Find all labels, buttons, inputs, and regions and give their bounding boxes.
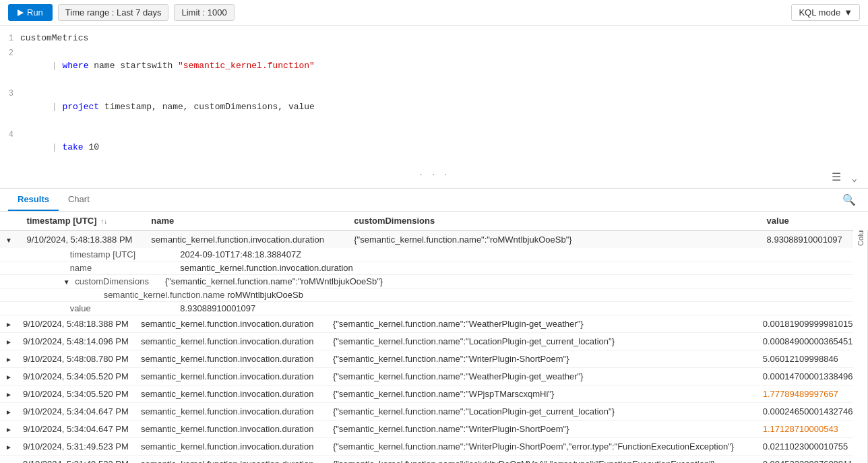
code-line-1: 1 customMetrics (0, 31, 868, 46)
detail-sk-fn-value: roMWntlbjukOoeSb (227, 290, 303, 300)
expanded-name: semantic_kernel.function.invocation.dura… (146, 230, 348, 248)
row-expand-cell[interactable]: ► (0, 368, 18, 385)
table-row[interactable]: ► 9/10/2024, 5:34:04.647 PM semantic_ker… (0, 403, 868, 421)
expand-row-icon[interactable]: ► (5, 426, 12, 433)
expand-row-icon[interactable]: ► (5, 391, 12, 398)
row-dimensions: {"semantic_kernel.function.name":"Locati… (328, 403, 757, 421)
table-row[interactable]: ► 9/10/2024, 5:31:49.523 PM semantic_ker… (0, 456, 868, 464)
col-timestamp[interactable]: timestamp [UTC] ↑↓ (22, 212, 146, 230)
row-name: semantic_kernel.function.invocation.dura… (135, 368, 328, 385)
row-dimensions: {"semantic_kernel.function.name":"Writer… (328, 350, 757, 368)
detail-name-row: name semantic_kernel.function.invocation… (0, 261, 868, 275)
row-value: 0.00452229997608811 (757, 456, 868, 464)
row-timestamp: 9/10/2024, 5:48:18.388 PM (18, 315, 135, 333)
row-name: semantic_kernel.function.invocation.dura… (135, 403, 328, 421)
code-content-3: | project timestamp, name, customDimensi… (20, 87, 868, 127)
line-number-3: 3 (0, 88, 20, 100)
expand-row-icon[interactable]: ► (5, 373, 12, 381)
play-icon (18, 9, 24, 16)
detail-sk-fn-label: semantic_kernel.function.name (104, 290, 225, 300)
rows-table: ► 9/10/2024, 5:48:18.388 PM semantic_ker… (0, 315, 868, 463)
row-expand-cell[interactable]: ► (0, 333, 18, 350)
row-expand-cell[interactable]: ► (0, 385, 18, 403)
code-line-3: 3 | project timestamp, name, customDimen… (0, 86, 868, 127)
results-area[interactable]: timestamp [UTC] ↑↓ name customDimensions… (0, 212, 868, 463)
line-number-4: 4 (0, 129, 20, 141)
row-value: 0.0211023000010755 (757, 438, 868, 456)
row-value: 0.000147000013384968 (757, 368, 868, 385)
expanded-timestamp: 9/10/2024, 5:48:18.388 PM (22, 230, 146, 248)
row-expand-cell[interactable]: ► (0, 456, 18, 464)
row-name: semantic_kernel.function.invocation.dura… (135, 350, 328, 368)
code-content-4: | take 10 (20, 128, 868, 168)
row-timestamp: 9/10/2024, 5:48:08.780 PM (18, 350, 135, 368)
detail-custom-dim-row: ▼ customDimensions {"semantic_kernel.fun… (0, 275, 868, 288)
col-name[interactable]: name (146, 212, 348, 230)
row-name: semantic_kernel.function.invocation.dura… (135, 438, 328, 456)
row-dimensions: {"semantic_kernel.function.name":"WPjspT… (328, 385, 757, 403)
collapse-button[interactable]: ☰ (832, 171, 841, 184)
row-dimensions: {"semantic_kernel.function.name":"aciukI… (328, 456, 757, 464)
table-row[interactable]: ► 9/10/2024, 5:48:14.096 PM semantic_ker… (0, 333, 868, 350)
row-value: 0.0018190999998101559 (757, 315, 868, 333)
row-value: 0.00084900000365451 (757, 333, 868, 350)
results-table: timestamp [UTC] ↑↓ name customDimensions… (0, 212, 868, 315)
row-expand-cell[interactable]: ► (0, 350, 18, 368)
limit-button[interactable]: Limit : 1000 (174, 4, 234, 21)
run-button[interactable]: Run (8, 4, 53, 21)
row-name: semantic_kernel.function.invocation.dura… (135, 421, 328, 438)
row-expand-cell[interactable]: ► (0, 315, 18, 333)
row-value: 5.06012109998846 (757, 350, 868, 368)
detail-ts-value: 2024-09-10T17:48:18.388407Z (180, 249, 301, 259)
col-custom-dimensions[interactable]: customDimensions (348, 212, 761, 230)
row-timestamp: 9/10/2024, 5:31:49.523 PM (18, 438, 135, 456)
code-content-1: customMetrics (20, 32, 868, 45)
expand-button[interactable]: ⌄ (852, 173, 857, 184)
expand-row-icon[interactable]: ► (5, 338, 12, 346)
row-expand-cell[interactable]: ► (0, 403, 18, 421)
expand-row-icon[interactable]: ► (5, 443, 12, 451)
tab-results[interactable]: Results (8, 189, 59, 211)
expand-row-icon[interactable]: ► (5, 408, 12, 416)
row-dimensions: {"semantic_kernel.function.name":"Weathe… (328, 368, 757, 385)
tab-chart[interactable]: Chart (59, 189, 99, 211)
row-timestamp: 9/10/2024, 5:34:04.647 PM (18, 421, 135, 438)
table-header: timestamp [UTC] ↑↓ name customDimensions… (0, 212, 868, 230)
time-range-button[interactable]: Time range : Last 7 days (58, 4, 169, 21)
toolbar: Run Time range : Last 7 days Limit : 100… (0, 0, 868, 26)
detail-name-value: semantic_kernel.function.invocation.dura… (180, 263, 353, 273)
row-name: semantic_kernel.function.invocation.dura… (135, 315, 328, 333)
table-row[interactable]: ► 9/10/2024, 5:34:04.647 PM semantic_ker… (0, 421, 868, 438)
col-expand (0, 212, 22, 230)
table-row[interactable]: ► 9/10/2024, 5:34:05.520 PM semantic_ker… (0, 368, 868, 385)
table-row[interactable]: ► 9/10/2024, 5:31:49.523 PM semantic_ker… (0, 438, 868, 456)
table-body: ▼ 9/10/2024, 5:48:18.388 PM semantic_ker… (0, 230, 868, 315)
row-expand-cell[interactable]: ► (0, 438, 18, 456)
table-row[interactable]: ► 9/10/2024, 5:48:08.780 PM semantic_ker… (0, 350, 868, 368)
col-value[interactable]: value (762, 212, 868, 230)
detail-timestamp-row: timestamp [UTC] 2024-09-10T17:48:18.3884… (0, 248, 868, 261)
search-icon-btn[interactable]: 🔍 (838, 191, 860, 209)
table-row-expanded[interactable]: ▼ 9/10/2024, 5:48:18.388 PM semantic_ker… (0, 230, 868, 248)
expand-row-icon[interactable]: ► (5, 356, 12, 363)
detail-val-value: 8.93088910001097 (180, 303, 255, 313)
columns-sidebar-button[interactable]: Columns (853, 212, 868, 463)
tabs-bar: Results Chart 🔍 (0, 189, 868, 212)
collapse-row-icon[interactable]: ▼ (5, 237, 12, 244)
table-row[interactable]: ► 9/10/2024, 5:34:05.520 PM semantic_ker… (0, 385, 868, 403)
row-dimensions: {"semantic_kernel.function.name":"Locati… (328, 333, 757, 350)
detail-cd-label: customDimensions (75, 276, 162, 286)
table-row[interactable]: ► 9/10/2024, 5:48:18.388 PM semantic_ker… (0, 315, 868, 333)
run-label: Run (27, 7, 43, 18)
code-editor[interactable]: 1 customMetrics 2 | where name startswit… (0, 26, 868, 189)
line-number-2: 2 (0, 47, 20, 59)
row-expand-cell[interactable]: ► (0, 421, 18, 438)
detail-val-label: value (70, 303, 178, 313)
detail-sk-fn-row: semantic_kernel.function.name roMWntlbju… (0, 288, 868, 302)
row-timestamp: 9/10/2024, 5:48:14.096 PM (18, 333, 135, 350)
expand-row-icon[interactable]: ► (5, 321, 12, 328)
expand-custom-dim-icon[interactable]: ▼ (63, 278, 70, 286)
sort-icon: ↑↓ (100, 218, 107, 225)
row-timestamp: 9/10/2024, 5:31:49.523 PM (18, 456, 135, 464)
kql-mode-button[interactable]: KQL mode ▼ (791, 4, 860, 21)
